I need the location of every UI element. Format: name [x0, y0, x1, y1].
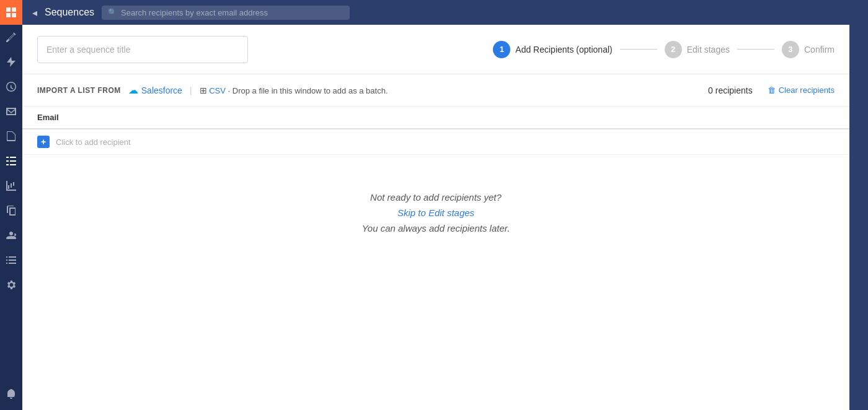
import-row: IMPORT A LIST FROM ☁ Salesforce | ⊞ CSV … — [22, 74, 849, 107]
csv-import-area: ⊞ CSV · Drop a file in this window to ad… — [200, 85, 388, 95]
svg-rect-4 — [9, 256, 16, 258]
svg-rect-7 — [6, 256, 7, 258]
sidebar-item-copy[interactable] — [0, 199, 22, 222]
sidebar-item-settings[interactable] — [0, 274, 22, 296]
step-2-circle: 2 — [665, 41, 682, 58]
page-title: Sequences — [45, 7, 94, 18]
csv-import-button[interactable]: CSV — [209, 86, 226, 95]
sidebar-item-analytics[interactable] — [0, 175, 22, 197]
recipients-count: 0 recipients — [708, 85, 753, 95]
svg-rect-2 — [6, 13, 11, 17]
sidebar-item-sequences[interactable] — [0, 150, 22, 172]
sidebar-item-email[interactable] — [0, 100, 22, 123]
trash-icon: 🗑 — [768, 85, 776, 95]
salesforce-icon: ☁ — [128, 84, 138, 96]
email-column-header: Email — [22, 107, 849, 129]
modal-header: 1 Add Recipients (optional) 2 Edit stage… — [22, 25, 849, 74]
stepper: 1 Add Recipients (optional) 2 Edit stage… — [493, 41, 835, 58]
search-bar[interactable]: 🔍 — [102, 6, 350, 20]
import-divider: | — [190, 85, 192, 95]
sidebar-item-document[interactable] — [0, 125, 22, 147]
step-2-label: Edit stages — [687, 45, 730, 55]
skip-to-edit-stages-link[interactable]: Skip to Edit stages — [397, 207, 474, 218]
add-recipient-placeholder: Click to add recipient — [56, 137, 131, 147]
add-icon: + — [37, 136, 50, 148]
empty-state-line3: You can always add recipients later. — [362, 223, 510, 233]
empty-state: Not ready to add recipients yet? Skip to… — [22, 155, 849, 271]
clear-recipients-button[interactable]: 🗑 Clear recipients — [768, 85, 835, 95]
svg-rect-8 — [6, 260, 7, 261]
table-head: Email — [22, 107, 849, 129]
topbar: ◂ Sequences 🔍 — [22, 0, 868, 25]
step-3-circle: 3 — [782, 41, 799, 58]
empty-state-line1: Not ready to add recipients yet? — [370, 192, 502, 203]
step-divider-1-2 — [620, 49, 657, 50]
svg-rect-3 — [12, 13, 16, 17]
app-logo[interactable] — [0, 0, 22, 25]
step-3[interactable]: 3 Confirm — [782, 41, 835, 58]
sidebar-item-team[interactable] — [0, 224, 22, 246]
sidebar-item-lightning[interactable] — [0, 51, 22, 73]
svg-rect-1 — [12, 7, 16, 12]
step-1: 1 Add Recipients (optional) — [493, 41, 612, 58]
modal-body: IMPORT A LIST FROM ☁ Salesforce | ⊞ CSV … — [22, 74, 849, 410]
step-1-circle: 1 — [493, 41, 510, 58]
search-icon: 🔍 — [108, 8, 117, 17]
import-label: IMPORT A LIST FROM — [37, 86, 121, 95]
recipients-table-area: Email + Click to add recipient — [22, 107, 849, 410]
sidebar — [0, 0, 22, 410]
add-recipient-row[interactable]: + Click to add recipient — [22, 129, 849, 155]
sidebar-item-notifications[interactable] — [0, 383, 22, 405]
table-header-row: Email — [22, 107, 849, 129]
sidebar-item-compose[interactable] — [0, 26, 22, 48]
table-body: + Click to add recipient — [22, 129, 849, 155]
svg-rect-5 — [9, 260, 16, 261]
salesforce-import-button[interactable]: ☁ Salesforce — [128, 84, 182, 96]
step-divider-2-3 — [737, 49, 774, 50]
sidebar-item-clock[interactable] — [0, 76, 22, 98]
recipients-table: Email + Click to add recipient — [22, 107, 849, 155]
modal: 1 Add Recipients (optional) 2 Edit stage… — [22, 25, 849, 410]
search-input[interactable] — [121, 8, 343, 17]
step-3-label: Confirm — [804, 45, 835, 55]
svg-rect-0 — [6, 7, 11, 12]
svg-rect-9 — [6, 263, 7, 264]
svg-rect-6 — [9, 263, 16, 264]
step-2[interactable]: 2 Edit stages — [665, 41, 730, 58]
add-recipient-button[interactable]: + Click to add recipient — [37, 136, 835, 148]
sequence-title-input[interactable] — [37, 36, 248, 63]
sidebar-item-list[interactable] — [0, 249, 22, 271]
step-1-label: Add Recipients (optional) — [515, 45, 612, 55]
collapse-sidebar-button[interactable]: ◂ — [32, 7, 37, 19]
csv-grid-icon: ⊞ — [200, 85, 207, 95]
